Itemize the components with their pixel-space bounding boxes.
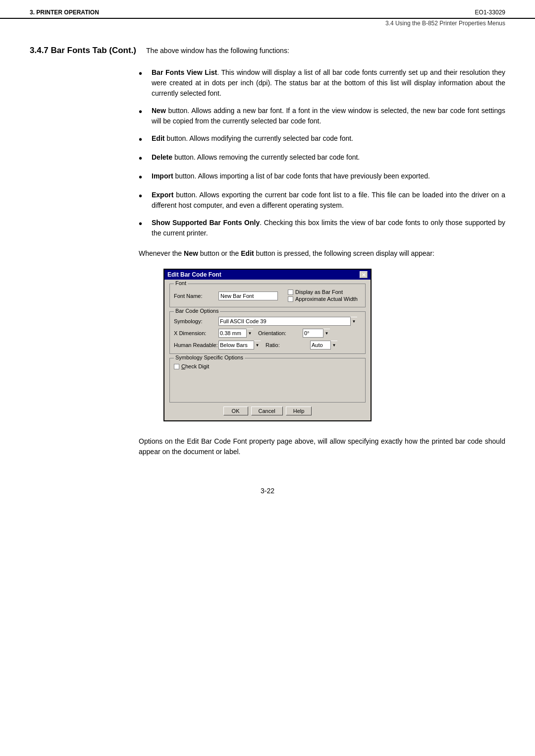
symbology-row: Symbology: Full ASCII Code 39 ▼	[174, 317, 361, 326]
x-dimension-row: X Dimension: 0.38 mm ▼ Orientation: 0°	[174, 329, 361, 338]
human-readable-select[interactable]: Below Bars	[218, 341, 261, 349]
header-left: 3. PRINTER OPERATION	[30, 9, 99, 16]
list-item: • Import button. Allows importing a list…	[139, 171, 505, 183]
page-subheader: 3.4 Using the B-852 Printer Properties M…	[0, 19, 535, 31]
dialog-title: Edit Bar Code Font	[167, 271, 221, 278]
bullet-bold: Bar Fonts View List	[152, 68, 217, 76]
font-name-input[interactable]	[218, 291, 278, 300]
bullet-list: • Bar Fonts View List. This window will …	[139, 67, 505, 238]
transition-paragraph: Whenever the New button or the Edit butt…	[139, 248, 505, 259]
bullet-dot: •	[139, 106, 149, 117]
human-readable-row: Human Readable: Below Bars ▼ Ratio: Auto	[174, 341, 361, 349]
x-dimension-select[interactable]: 0.38 mm	[218, 329, 253, 338]
orientation-select[interactable]: 0°	[303, 329, 330, 338]
approx-actual-width-item: Approximate Actual Width	[288, 296, 358, 302]
bullet-text: Export button. Allows exporting the curr…	[152, 190, 505, 211]
edit-barcode-font-dialog[interactable]: Edit Bar Code Font ✕ Font Font Name:	[163, 269, 372, 421]
bullet-dot: •	[139, 190, 149, 202]
bullet-text: Import button. Allows importing a list o…	[152, 171, 505, 181]
human-readable-label: Human Readable:	[174, 342, 218, 348]
bullet-text: Edit button. Allows modifying the curren…	[152, 133, 505, 144]
font-group-label: Font	[174, 280, 188, 286]
approx-actual-width-checkbox[interactable]	[288, 296, 293, 302]
dialog-body: Font Font Name: Display as Bar Font	[164, 280, 371, 420]
x-dimension-label: X Dimension:	[174, 330, 218, 336]
bullet-dot: •	[139, 133, 149, 145]
dialog-buttons: OK Cancel Help	[169, 407, 366, 415]
bullet-bold: Edit	[152, 134, 164, 142]
bullet-dot: •	[139, 152, 149, 164]
page-footer: 3-22	[0, 477, 535, 500]
bullet-bold: New	[152, 107, 166, 115]
ok-button[interactable]: OK	[223, 407, 248, 415]
human-readable-select-wrapper: Below Bars ▼	[218, 341, 261, 349]
approx-actual-width-label: Approximate Actual Width	[295, 296, 358, 302]
display-bar-font-label: Display as Bar Font	[295, 289, 343, 295]
bullet-bold: Delete	[152, 153, 172, 161]
check-digit-label: Check Digit	[181, 363, 209, 369]
section-number: 3.4.7 Bar Fonts Tab (Cont.)	[30, 46, 146, 56]
bullet-bold: Show Supported Bar Fonts Only	[152, 219, 260, 227]
ratio-select[interactable]: Auto	[310, 341, 337, 349]
font-checkboxes: Display as Bar Font Approximate Actual W…	[288, 289, 358, 303]
orientation-select-wrapper: 0° ▼	[303, 329, 330, 338]
ratio-select-wrapper: Auto ▼	[310, 341, 337, 349]
font-name-label: Font Name:	[174, 293, 218, 299]
display-bar-font-checkbox[interactable]	[288, 290, 293, 295]
font-name-row: Font Name: Display as Bar Font Approxima…	[174, 289, 361, 303]
symbology-select[interactable]: Full ASCII Code 39	[218, 317, 357, 326]
list-item: • Export button. Allows exporting the cu…	[139, 190, 505, 211]
edit-bold: Edit	[241, 249, 254, 257]
bullet-dot: •	[139, 67, 149, 79]
barcode-group-label: Bar Code Options	[174, 308, 220, 314]
list-item: • Show Supported Bar Fonts Only. Checkin…	[139, 218, 505, 238]
bullet-dot: •	[139, 171, 149, 183]
bullet-bold: Import	[152, 172, 173, 180]
dialog-wrapper: Edit Bar Code Font ✕ Font Font Name:	[30, 269, 505, 421]
check-digit-checkbox[interactable]	[174, 364, 179, 369]
close-button[interactable]: ✕	[360, 271, 368, 278]
dialog-titlebar: Edit Bar Code Font ✕	[164, 270, 371, 280]
ratio-label: Ratio:	[266, 342, 310, 348]
symbology-specific-group: Symbology Specific Options Check Digit	[169, 358, 366, 403]
page-content: 3.4.7 Bar Fonts Tab (Cont.) The above wi…	[0, 31, 535, 477]
new-bold: New	[184, 249, 198, 257]
section-heading-row: 3.4.7 Bar Fonts Tab (Cont.) The above wi…	[30, 46, 505, 56]
bullet-dot: •	[139, 218, 149, 230]
header-right: EO1-33029	[475, 9, 505, 16]
cancel-button[interactable]: Cancel	[251, 407, 283, 415]
bullet-text: Delete button. Allows removing the curre…	[152, 152, 505, 163]
font-group: Font Font Name: Display as Bar Font	[169, 284, 366, 307]
list-item: • Delete button. Allows removing the cur…	[139, 152, 505, 164]
page-number: 3-22	[261, 487, 274, 495]
bullet-text: New button. Allows adding a new bar font…	[152, 106, 505, 126]
bullet-text: Bar Fonts View List. This window will di…	[152, 67, 505, 99]
help-button[interactable]: Help	[286, 407, 312, 415]
x-dimension-select-wrapper: 0.38 mm ▼	[218, 329, 253, 338]
list-item: • Edit button. Allows modifying the curr…	[139, 133, 505, 145]
symbology-select-wrapper: Full ASCII Code 39 ▼	[218, 317, 357, 326]
bullet-bold: Export	[152, 191, 173, 199]
page-header: 3. PRINTER OPERATION EO1-33029	[0, 0, 535, 19]
list-item: • New button. Allows adding a new bar fo…	[139, 106, 505, 126]
symbology-label: Symbology:	[174, 318, 218, 324]
barcode-options-group: Bar Code Options Symbology: Full ASCII C…	[169, 311, 366, 354]
orientation-label: Orientation:	[258, 330, 303, 336]
section-intro: The above window has the following funct…	[146, 46, 505, 55]
list-item: • Bar Fonts View List. This window will …	[139, 67, 505, 99]
display-bar-font-item: Display as Bar Font	[288, 289, 358, 295]
check-digit-row: Check Digit	[174, 363, 361, 369]
bullet-text: Show Supported Bar Fonts Only. Checking …	[152, 218, 505, 238]
subheader-right: 3.4 Using the B-852 Printer Properties M…	[385, 20, 505, 27]
symbology-specific-label: Symbology Specific Options	[174, 354, 245, 360]
closing-paragraph: Options on the Edit Bar Code Font proper…	[139, 436, 505, 457]
